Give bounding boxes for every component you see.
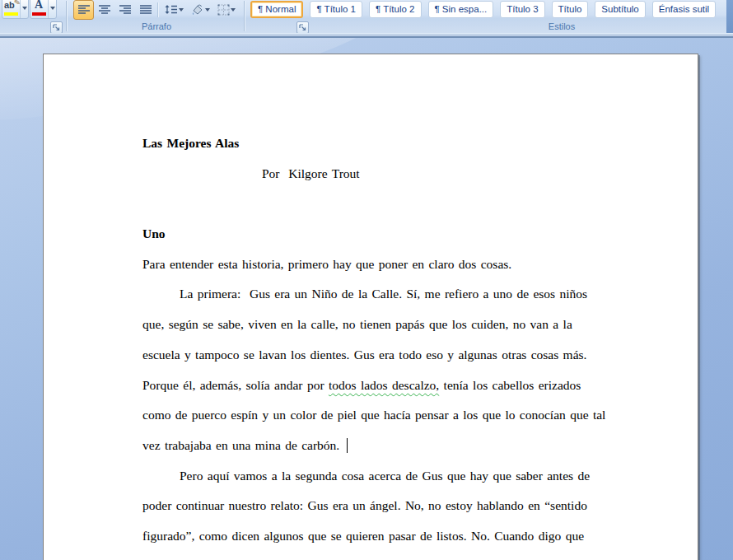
font-dialog-launcher[interactable] — [50, 21, 63, 34]
paragraph-group-label: Párrafo — [69, 21, 244, 31]
font-color-swatch — [32, 12, 46, 16]
style-button-5[interactable]: Título — [552, 1, 589, 18]
word-window: ab ✎ A — [0, 0, 733, 560]
text-run: como de puerco espín y un color de piel … — [142, 408, 605, 422]
button-separator — [157, 2, 159, 17]
shading-button[interactable] — [187, 0, 213, 20]
style-button-4[interactable]: Título 3 — [500, 1, 544, 18]
spellcheck-squiggle: todos lados descalzo, — [329, 378, 439, 392]
text-run: figurado”, como dicen algunos que se qui… — [142, 529, 584, 543]
text-line — [142, 189, 620, 219]
text-highlight-button[interactable]: ab ✎ — [2, 0, 29, 19]
borders-icon — [217, 4, 230, 16]
borders-dropdown-arrow — [231, 8, 236, 12]
text-line: La primera: Gus era un Niño de la Calle.… — [142, 279, 620, 310]
align-center-button[interactable] — [94, 0, 114, 20]
text-run: escuela y tampoco se lavan los dientes. … — [142, 348, 586, 362]
document-workspace: Las Mejores AlasPor Kilgore TroutUnoPara… — [0, 38, 733, 560]
text-line: como de puerco espín y un color de piel … — [142, 400, 620, 431]
styles-group: ¶ Normal¶ Título 1¶ Título 2¶ Sin espa..… — [245, 0, 726, 33]
line-spacing-dropdown-arrow — [179, 8, 184, 12]
highlight-dropdown-arrow[interactable] — [20, 0, 28, 18]
text-line: poder continuar nuestro relato: Gus era … — [142, 491, 620, 521]
align-left-icon — [77, 4, 91, 15]
align-right-icon — [119, 4, 132, 15]
text-line: escuela y tampoco se lavan los dientes. … — [142, 340, 620, 371]
text-line: Uno — [142, 219, 620, 250]
font-color-dropdown-arrow[interactable] — [48, 0, 56, 18]
styles-gallery: ¶ Normal¶ Título 1¶ Título 2¶ Sin espa..… — [250, 1, 716, 18]
text-run: La primera: Gus era un Niño de la Calle.… — [180, 287, 587, 301]
text-line: Por Kilgore Trout — [142, 159, 620, 189]
justify-button[interactable] — [135, 0, 156, 20]
text-run: Las Mejores Alas — [142, 136, 239, 150]
text-line: Las Mejores Alas — [142, 128, 620, 159]
text-run: Para entender esta historia, primero hay… — [142, 257, 511, 271]
text-run: Porque él, además, solía andar por — [142, 378, 329, 392]
text-run: Por Kilgore Trout — [262, 166, 360, 180]
line-spacing-button[interactable] — [161, 0, 187, 20]
style-button-6[interactable]: Subtítulo — [595, 1, 645, 18]
align-left-button[interactable] — [73, 0, 94, 20]
text-run: Pero aquí vamos a la segunda cosa acerca… — [180, 469, 590, 483]
styles-group-label: Estilos — [512, 21, 611, 31]
line-spacing-icon — [165, 4, 178, 15]
text-line: Para entender esta historia, primero hay… — [142, 250, 620, 280]
shading-dropdown-arrow — [205, 8, 210, 12]
document-text: Las Mejores AlasPor Kilgore TroutUnoPara… — [142, 128, 620, 552]
font-group: ab ✎ A — [0, 0, 66, 33]
paragraph-group: Párrafo — [69, 0, 244, 33]
paint-bucket-icon — [191, 4, 204, 16]
group-separator — [66, 1, 68, 31]
style-button-3[interactable]: ¶ Sin espa... — [428, 1, 494, 18]
text-line: Porque él, además, solía andar por todos… — [142, 371, 620, 401]
highlight-color-swatch — [4, 12, 18, 16]
font-color-icon: A — [30, 0, 48, 18]
justify-icon — [139, 4, 152, 15]
text-line: vez trabajaba en una mina de carbón. — [142, 431, 620, 461]
text-run: vez trabajaba en una mina de carbón. — [142, 438, 344, 452]
text-line: que, según se sabe, viven en la calle, n… — [142, 310, 620, 340]
text-run: tenía los cabellos erizados — [439, 378, 581, 392]
text-cursor — [347, 438, 348, 453]
highlight-icon: ab ✎ — [2, 0, 20, 18]
style-button-7[interactable]: Énfasis sutil — [652, 1, 716, 18]
style-button-2[interactable]: ¶ Título 2 — [369, 1, 422, 18]
font-color-button[interactable]: A — [30, 0, 57, 19]
text-line: Pero aquí vamos a la segunda cosa acerca… — [142, 461, 620, 492]
document-page[interactable]: Las Mejores AlasPor Kilgore TroutUnoPara… — [43, 54, 698, 560]
text-line: figurado”, como dicen algunos que se qui… — [142, 521, 620, 552]
style-button-1[interactable]: ¶ Título 1 — [310, 1, 362, 18]
text-run: Uno — [142, 226, 166, 240]
dialog-launcher-icon — [53, 24, 60, 31]
style-button-0[interactable]: ¶ Normal — [250, 1, 303, 18]
borders-button[interactable] — [213, 0, 240, 20]
text-run: poder continuar nuestro relato: Gus era … — [142, 498, 587, 512]
text-run: que, según se sabe, viven en la calle, n… — [142, 317, 572, 331]
ribbon: ab ✎ A — [0, 0, 733, 33]
align-right-button[interactable] — [114, 0, 135, 20]
align-center-icon — [98, 4, 111, 15]
